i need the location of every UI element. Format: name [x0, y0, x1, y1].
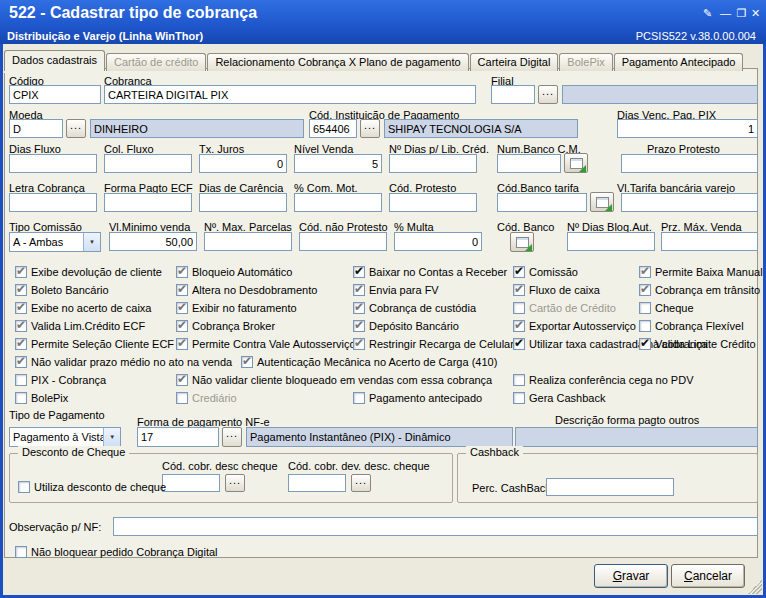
- checkbox-utiliza-desconto-cheque[interactable]: Utiliza desconto de cheque: [18, 480, 166, 493]
- cobranca-input[interactable]: [104, 85, 476, 104]
- tipo-pagamento-select[interactable]: Pagamento à Vista ▼: [9, 427, 121, 447]
- instituicao-desc-field: SHIPAY TECNOLOGIA S/A: [384, 119, 578, 138]
- desc-outros-field: [515, 427, 758, 447]
- checkbox-valida-lim-credito-ecf[interactable]: Valida Lim.Crédito ECF: [15, 319, 145, 332]
- checkbox-comissao[interactable]: Comissão: [513, 265, 578, 278]
- cod-desc-cheque-lookup-button[interactable]: ...: [225, 474, 245, 492]
- perc-cashback-input[interactable]: [546, 478, 674, 496]
- checkbox-envia-para-fv[interactable]: Envia para FV: [353, 283, 439, 296]
- pencil-icon[interactable]: ✎: [700, 6, 715, 20]
- checkbox-exibir-faturamento[interactable]: Exibir no faturamento: [176, 301, 297, 314]
- cod-dev-cheque-input[interactable]: [288, 474, 346, 492]
- moeda-input[interactable]: [9, 119, 63, 138]
- prazo-protesto-input[interactable]: [621, 154, 758, 173]
- checkbox-box: [639, 302, 651, 314]
- tab-dados-cadastrais[interactable]: Dados cadastrais: [4, 50, 105, 71]
- checkbox-exibe-devolucao-cliente[interactable]: Exibe devolução de cliente: [15, 265, 162, 278]
- instituicao-lookup-button[interactable]: ...: [360, 119, 380, 138]
- checkbox-box: [15, 392, 27, 404]
- checkbox-deposito-bancario[interactable]: Depósito Bancário: [353, 319, 459, 332]
- checkbox-box: [353, 266, 365, 278]
- checkbox-valida-limite-credito[interactable]: Valida Limite Crédito: [639, 337, 756, 350]
- forma-pagto-ecf-input[interactable]: [104, 193, 192, 212]
- maximize-icon[interactable]: ❐: [734, 6, 749, 20]
- tx-juros-input[interactable]: [199, 154, 287, 173]
- moeda-desc-field: DINHEIRO: [90, 119, 304, 138]
- gravar-button[interactable]: Gravar: [594, 564, 668, 588]
- version-label: PCSIS522 v.38.0.00.004: [636, 30, 756, 42]
- dias-bloq-input[interactable]: [567, 232, 655, 251]
- checkbox-boleto-bancario[interactable]: Boleto Bancário: [15, 283, 109, 296]
- checkbox-exibe-acerto-caixa[interactable]: Exibe no acerto de caixa: [15, 301, 151, 314]
- num-banco-cm-grid-button[interactable]: [564, 153, 588, 173]
- cod-banco-tarifa-input[interactable]: [497, 193, 587, 212]
- vl-minimo-input[interactable]: [109, 232, 197, 251]
- letra-cobranca-input[interactable]: [9, 193, 97, 212]
- cod-dev-cheque-lookup-button[interactable]: ...: [351, 474, 371, 492]
- obs-input[interactable]: [113, 517, 758, 536]
- checkbox-cobranca-custodia[interactable]: Cobrança de custódia: [353, 301, 476, 314]
- checkbox-permite-contra-vale[interactable]: Permite Contra Vale Autosserviço: [176, 337, 356, 350]
- cod-protesto-input[interactable]: [389, 193, 477, 212]
- forma-nfe-input[interactable]: [137, 427, 219, 447]
- checkbox-gera-cashback[interactable]: Gera Cashback: [513, 391, 605, 404]
- cod-nao-protesto-input[interactable]: [299, 232, 387, 251]
- close-icon[interactable]: ✕: [748, 6, 763, 20]
- checkbox-pix-cobranca[interactable]: PIX - Cobrança: [15, 373, 106, 386]
- codigo-input[interactable]: [9, 85, 101, 104]
- checkbox-fluxo-de-caixa[interactable]: Fluxo de caixa: [513, 283, 600, 296]
- tipo-pagamento-value: Pagamento à Vista: [10, 431, 103, 443]
- chevron-down-icon: ▼: [83, 233, 100, 251]
- cod-banco-tarifa-grid-button[interactable]: [590, 192, 614, 212]
- checkbox-exportar-autosservico[interactable]: Exportar Autosserviço: [513, 319, 636, 332]
- title-bar: 522 - Cadastrar tipo de cobrança Distrib…: [0, 0, 766, 44]
- dias-lib-cred-input[interactable]: [389, 154, 477, 173]
- checkbox-permite-baixa-manual[interactable]: Permite Baixa Manual: [639, 265, 763, 278]
- checkbox-autenticacao-mecanica[interactable]: Autenticação Mecânica no Acerto de Carga…: [241, 355, 497, 368]
- checkbox-pagamento-antecipado[interactable]: Pagamento antecipado: [353, 391, 482, 404]
- checkbox-cheque[interactable]: Cheque: [639, 301, 694, 314]
- chevron-down-icon: ▼: [103, 428, 120, 446]
- max-parcelas-input[interactable]: [204, 232, 292, 251]
- checkbox-box: [353, 320, 365, 332]
- forma-nfe-lookup-button[interactable]: ...: [222, 427, 242, 447]
- checkbox-bolepix[interactable]: BolePix: [15, 391, 68, 404]
- checkbox-nao-bloquear-pedido[interactable]: Não bloquear pedido Cobrança Digital: [15, 545, 218, 558]
- tipo-comissao-select[interactable]: A - Ambas ▼: [9, 232, 101, 252]
- cancelar-button[interactable]: Cancelar: [671, 564, 745, 588]
- num-banco-cm-input[interactable]: [497, 154, 561, 173]
- col-fluxo-input[interactable]: [104, 154, 192, 173]
- dias-carencia-input[interactable]: [199, 193, 287, 212]
- tab-carteira-digital[interactable]: Carteira Digital: [470, 53, 559, 71]
- multa-input[interactable]: [394, 232, 482, 251]
- nivel-venda-input[interactable]: [294, 154, 382, 173]
- checkbox-nao-validar-cliente-bloqueado[interactable]: Não validar cliente bloqueado em vendas …: [176, 373, 492, 386]
- tab-cartao-de-credito: Cartão de crédito: [106, 53, 206, 71]
- filial-lookup-button[interactable]: ...: [538, 85, 558, 104]
- prz-max-input[interactable]: [661, 232, 758, 251]
- checkbox-restringir-recarga[interactable]: Restringir Recarga de Celular: [353, 337, 514, 350]
- checkbox-realiza-conferencia-cega[interactable]: Realiza conferência cega no PDV: [513, 373, 693, 386]
- checkbox-permite-selecao-cliente-ecf[interactable]: Permite Seleção Cliente ECF: [15, 337, 174, 350]
- checkbox-bloqueio-automatico[interactable]: Bloqueio Automático: [176, 265, 292, 278]
- dias-venc-pix-input[interactable]: [617, 119, 758, 138]
- checkbox-baixar-contas-receber[interactable]: Baixar no Contas a Receber: [353, 265, 507, 278]
- minimize-icon[interactable]: —: [718, 6, 733, 20]
- tab-relacionamento-cobranca[interactable]: Relacionamento Cobrança X Plano de pagam…: [207, 53, 468, 71]
- resize-grip[interactable]: [748, 580, 762, 594]
- com-mot-input[interactable]: [294, 193, 382, 212]
- filial-input[interactable]: [491, 85, 535, 104]
- moeda-lookup-button[interactable]: ...: [66, 119, 86, 138]
- tab-pagamento-antecipado[interactable]: Pagamento Antecipado: [614, 53, 744, 71]
- checkbox-cobranca-flexivel[interactable]: Cobrança Flexível: [639, 319, 744, 332]
- cod-desc-cheque-input[interactable]: [162, 474, 220, 492]
- instituicao-input[interactable]: [309, 119, 357, 138]
- checkbox-cobranca-em-transito[interactable]: Cobrança em trânsito: [639, 283, 760, 296]
- checkbox-nao-validar-prazo-medio[interactable]: Não validar prazo médio no ato na venda: [15, 355, 232, 368]
- checkbox-cobranca-broker[interactable]: Cobrança Broker: [176, 319, 275, 332]
- vl-tarifa-input[interactable]: [621, 193, 758, 212]
- dias-fluxo-input[interactable]: [9, 154, 97, 173]
- checkbox-box: [353, 284, 365, 296]
- cod-banco-grid-button[interactable]: [510, 232, 534, 252]
- checkbox-altera-desdobramento[interactable]: Altera no Desdobramento: [176, 283, 317, 296]
